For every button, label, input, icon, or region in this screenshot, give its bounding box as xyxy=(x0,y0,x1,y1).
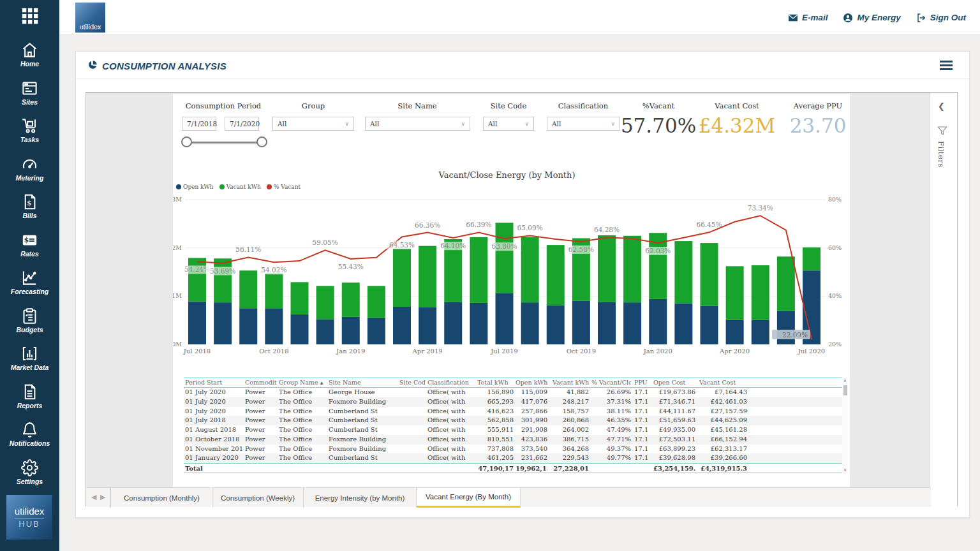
bar-vacant-kwh[interactable] xyxy=(726,266,744,320)
sidebar-item-tasks[interactable]: Tasks xyxy=(0,112,59,150)
tabs-next-icon[interactable]: ▶ xyxy=(100,493,105,501)
bar-vacant-kwh[interactable] xyxy=(470,237,487,303)
dropdown-classification[interactable]: All∨ xyxy=(547,117,620,131)
column-header[interactable]: Period Start xyxy=(185,379,244,386)
bar-open-kwh[interactable] xyxy=(188,302,206,344)
bar-open-kwh[interactable] xyxy=(419,307,436,344)
scrollbar-thumb[interactable] xyxy=(843,385,847,395)
bar-open-kwh[interactable] xyxy=(726,320,744,344)
dropdown-site-name[interactable]: All∨ xyxy=(365,117,470,131)
column-header[interactable]: Open kWh xyxy=(516,379,547,386)
topnav-my-energy[interactable]: My Energy xyxy=(843,13,900,23)
bar-vacant-kwh[interactable] xyxy=(316,286,334,319)
column-header[interactable]: Open Cost xyxy=(653,379,695,386)
filter-funnel-icon[interactable] xyxy=(937,126,947,136)
sidebar-item-forecasting[interactable]: Forecasting xyxy=(0,263,59,302)
bar-vacant-kwh[interactable] xyxy=(368,286,385,318)
bar-open-kwh[interactable] xyxy=(521,302,539,344)
bar-vacant-kwh[interactable] xyxy=(265,274,283,309)
table-row[interactable]: 01 July 2020PowerThe OfficeGeorge HouseO… xyxy=(184,388,842,397)
legend-item[interactable]: Vacant kWh xyxy=(219,184,261,190)
report-tab-1[interactable]: Consumption (Monthly) xyxy=(112,488,212,508)
utilidex-hub-logo[interactable]: utilidex HUB xyxy=(6,495,52,540)
column-header[interactable]: Site Name xyxy=(329,379,397,386)
column-header[interactable]: Total kWh xyxy=(477,379,514,386)
scroll-down-icon[interactable]: ∨ xyxy=(842,467,848,473)
bar-open-kwh[interactable] xyxy=(496,293,514,344)
topnav-sign-out[interactable]: Sign Out xyxy=(916,13,966,23)
sidebar-item-rates[interactable]: $Rates xyxy=(0,226,59,264)
bar-open-kwh[interactable] xyxy=(649,299,667,344)
table-row[interactable]: 01 July 2020PowerThe OfficeCumberland St… xyxy=(184,407,842,416)
column-header[interactable]: Commodity xyxy=(245,379,277,386)
report-tab-4[interactable]: Vacant Energy (By Month) xyxy=(417,488,521,508)
bar-open-kwh[interactable] xyxy=(598,302,616,344)
bar-open-kwh[interactable] xyxy=(368,318,385,344)
bar-open-kwh[interactable] xyxy=(777,311,795,344)
bar-vacant-kwh[interactable] xyxy=(393,249,411,307)
column-header[interactable]: PPU xyxy=(634,379,650,386)
bar-vacant-kwh[interactable] xyxy=(803,247,820,270)
bar-open-kwh[interactable] xyxy=(342,317,360,344)
column-header[interactable]: Vacant kWh xyxy=(553,379,589,386)
bar-vacant-kwh[interactable] xyxy=(342,283,360,317)
tabs-prev-icon[interactable]: ◀ xyxy=(91,493,96,501)
bar-open-kwh[interactable] xyxy=(752,320,769,344)
dropdown-site-code[interactable]: All∨ xyxy=(483,117,534,131)
table-row[interactable]: 01 January 2020PowerThe OfficeCumberland… xyxy=(184,453,842,463)
column-header[interactable]: Classification xyxy=(427,379,476,386)
bar-vacant-kwh[interactable] xyxy=(547,245,565,305)
bar-vacant-kwh[interactable] xyxy=(214,258,232,302)
bar-vacant-kwh[interactable] xyxy=(291,282,309,314)
sidebar-item-settings[interactable]: Settings xyxy=(0,453,59,492)
bar-open-kwh[interactable] xyxy=(623,302,641,344)
bar-open-kwh[interactable] xyxy=(214,302,232,344)
sidebar-item-budgets[interactable]: Budgets xyxy=(0,302,59,340)
bar-open-kwh[interactable] xyxy=(316,320,334,344)
period-slider-track[interactable] xyxy=(186,142,262,143)
table-row[interactable]: 01 August 2018PowerThe OfficeCumberland … xyxy=(184,425,842,435)
table-row[interactable]: 01 July 2020PowerThe OfficeFoxmore Build… xyxy=(184,397,842,407)
column-header[interactable]: Vacant Cost xyxy=(699,379,747,386)
sidebar-item-bills[interactable]: $Bills xyxy=(0,187,59,226)
dropdown-group[interactable]: All∨ xyxy=(272,117,354,131)
topnav-email[interactable]: E-mail xyxy=(788,13,828,23)
column-header[interactable]: Group Name ▴ xyxy=(279,379,327,386)
bar-vacant-kwh[interactable] xyxy=(623,236,641,302)
bar-open-kwh[interactable] xyxy=(239,308,257,344)
table-row[interactable]: 01 November 2018PowerThe OfficeFoxmore B… xyxy=(184,444,842,454)
table-row[interactable]: 01 October 2018PowerThe OfficeFoxmore Bu… xyxy=(184,435,842,444)
sidebar-item-home[interactable]: Home xyxy=(0,36,59,74)
sidebar-item-metering[interactable]: Metering xyxy=(0,150,59,188)
scroll-up-icon[interactable]: ∧ xyxy=(842,378,848,384)
brand-logo[interactable]: utilidex xyxy=(75,3,105,33)
period-slider-handle-end[interactable] xyxy=(256,136,267,147)
bar-open-kwh[interactable] xyxy=(291,314,309,344)
bar-vacant-kwh[interactable] xyxy=(701,243,718,305)
bar-open-kwh[interactable] xyxy=(393,307,411,344)
table-scrollbar[interactable]: ∧∨ xyxy=(842,378,848,473)
sidebar-item-notifications[interactable]: Notifications xyxy=(0,415,59,453)
bar-vacant-kwh[interactable] xyxy=(674,241,692,304)
bar-open-kwh[interactable] xyxy=(701,305,718,344)
table-row[interactable]: 01 July 2018PowerThe OfficeCumberland St… xyxy=(184,416,842,425)
bar-vacant-kwh[interactable] xyxy=(419,246,436,307)
bar-open-kwh[interactable] xyxy=(444,302,462,344)
bar-open-kwh[interactable] xyxy=(572,301,590,344)
bar-vacant-kwh[interactable] xyxy=(188,258,206,302)
sidebar-item-reports[interactable]: Reports xyxy=(0,378,59,416)
filters-collapse-icon[interactable]: ❮ xyxy=(938,101,945,111)
app-grid-icon[interactable] xyxy=(20,6,40,26)
bar-vacant-kwh[interactable] xyxy=(752,265,769,320)
bar-vacant-kwh[interactable] xyxy=(521,237,539,302)
hamburger-menu-icon[interactable] xyxy=(940,61,953,70)
sidebar-item-market-data[interactable]: Market Data xyxy=(0,339,59,378)
bar-open-kwh[interactable] xyxy=(547,305,565,344)
bar-vacant-kwh[interactable] xyxy=(496,223,514,293)
legend-item[interactable]: Open kWh xyxy=(176,184,214,190)
column-header[interactable]: % Vacant/Closed xyxy=(591,379,631,386)
bar-vacant-kwh[interactable] xyxy=(777,256,795,311)
period-slider-handle-start[interactable] xyxy=(181,136,192,147)
bar-open-kwh[interactable] xyxy=(674,304,692,344)
bar-open-kwh[interactable] xyxy=(470,303,487,344)
